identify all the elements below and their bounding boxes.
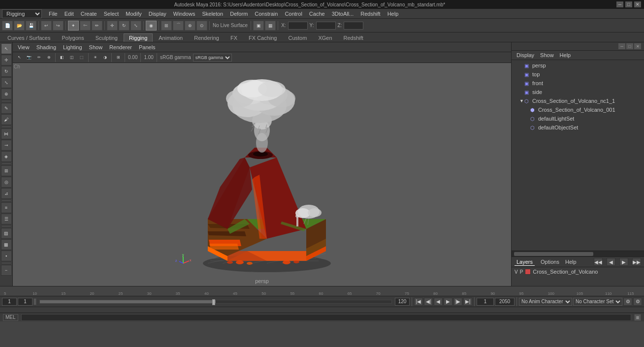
anim-end-input[interactable] xyxy=(495,298,515,306)
tab-curves-surfaces[interactable]: Curves / Surfaces xyxy=(2,33,56,42)
step-forward-btn[interactable]: |▶ xyxy=(453,298,462,306)
window-controls[interactable]: ─ □ ✕ xyxy=(616,1,641,7)
misc3-left[interactable]: ▪ xyxy=(1,251,12,261)
playback-range-slider[interactable] xyxy=(39,300,392,304)
tree-item-default-object-set[interactable]: ⬡ defaultObjectSet xyxy=(512,123,644,132)
snap-curve-button[interactable]: ⌒ xyxy=(173,21,184,31)
skin-tool-left[interactable]: ◈ xyxy=(1,151,12,162)
snap-point-button[interactable]: ⊕ xyxy=(185,21,195,31)
tab-polygons[interactable]: Polygons xyxy=(56,33,89,42)
vp-paint-btn[interactable]: ✏ xyxy=(34,54,43,62)
vp-menu-lighting[interactable]: Lighting xyxy=(60,43,85,51)
vp-colorprofile-select[interactable]: sRGB gamma xyxy=(193,54,232,62)
frame-end-input[interactable] xyxy=(395,298,410,306)
vp-snap-btn[interactable]: ⊕ xyxy=(44,54,53,62)
vp-cam-btn[interactable]: 📷 xyxy=(25,54,33,62)
vp-menu-view[interactable]: View xyxy=(15,43,32,51)
render-region-button[interactable]: ▣ xyxy=(253,21,264,31)
redo-button[interactable]: ↪ xyxy=(53,21,64,31)
save-scene-button[interactable]: 💾 xyxy=(26,21,36,31)
vp-select-btn[interactable]: ↖ xyxy=(15,54,24,62)
lasso-tool[interactable]: ⟜ xyxy=(80,21,91,31)
tree-item-default-light-set[interactable]: ⬡ defaultLightSet xyxy=(512,114,644,123)
universal-manip-left[interactable]: ⊕ xyxy=(1,89,12,99)
tab-custom[interactable]: Custom xyxy=(283,33,313,42)
menu-constrain[interactable]: Constrain xyxy=(252,10,281,18)
attr-left[interactable]: ☰ xyxy=(1,214,12,224)
tab-rendering[interactable]: Rendering xyxy=(189,33,225,42)
vp-shadow-btn[interactable]: ◑ xyxy=(100,54,109,62)
tree-item-cross-section-1[interactable]: ▼ ⬡ Cross_Section_of_Volcano_nc1_1 xyxy=(512,96,644,105)
y-input[interactable] xyxy=(316,22,336,30)
misc2-left[interactable]: ▩ xyxy=(1,239,12,250)
outliner-left[interactable]: ≡ xyxy=(1,202,12,213)
menu-select[interactable]: Select xyxy=(101,10,122,18)
x-input[interactable] xyxy=(288,22,308,30)
tree-item-persp[interactable]: ▣ persp xyxy=(512,61,644,70)
vp-menu-renderer[interactable]: Renderer xyxy=(106,43,135,51)
scale-tool[interactable]: ⤡ xyxy=(130,21,141,31)
menu-windows[interactable]: Windows xyxy=(170,10,198,18)
tree-item-top[interactable]: ▣ top xyxy=(512,70,644,79)
status-right-btn[interactable]: ≡ xyxy=(634,314,641,321)
menu-modify[interactable]: Modify xyxy=(123,10,144,18)
collapse-left[interactable]: − xyxy=(1,265,12,276)
sculpt-tool-left[interactable]: ✎ xyxy=(1,103,12,114)
menu-file[interactable]: File xyxy=(46,10,61,18)
viewport[interactable]: View Shading Lighting Show Renderer Pane… xyxy=(13,42,511,286)
go-end-btn[interactable]: ▶| xyxy=(463,298,472,306)
snap-grid-button[interactable]: ⊞ xyxy=(161,21,172,31)
soft-sel-button[interactable]: ◉ xyxy=(146,21,157,31)
tree-item-front[interactable]: ▣ front xyxy=(512,79,644,88)
outliner-menu-help[interactable]: Help xyxy=(558,52,573,59)
layers-next-next-btn[interactable]: ▶▶ xyxy=(632,258,641,266)
scale-tool-left[interactable]: ⤡ xyxy=(1,77,12,88)
mel-input[interactable] xyxy=(21,314,631,321)
char-settings-btn[interactable]: ⚙ xyxy=(633,298,642,306)
timeline-ruler[interactable]: 5 10 15 20 25 30 35 40 45 50 55 60 65 70… xyxy=(0,286,644,296)
vp-light-btn[interactable]: ☀ xyxy=(91,54,99,62)
play-back-btn[interactable]: ◀ xyxy=(434,298,443,306)
vp-shade-btn[interactable]: ◧ xyxy=(58,54,66,62)
misc1-left[interactable]: ▨ xyxy=(1,228,12,239)
layers-tab-layers[interactable]: Layers xyxy=(515,258,535,266)
close-button[interactable]: ✕ xyxy=(634,1,641,7)
menu-help[interactable]: Help xyxy=(385,10,402,18)
joint-tool-left[interactable]: ⋈ xyxy=(1,128,12,139)
menu-edit[interactable]: Edit xyxy=(62,10,77,18)
undo-button[interactable]: ↩ xyxy=(41,21,52,31)
measure-left[interactable]: ⊿ xyxy=(1,188,12,199)
rotate-tool[interactable]: ↻ xyxy=(119,21,129,31)
menu-display[interactable]: Display xyxy=(146,10,169,18)
menu-3dtoall[interactable]: 3DtoAll... xyxy=(329,10,357,18)
step-back-btn[interactable]: ◀| xyxy=(424,298,433,306)
vp-menu-show[interactable]: Show xyxy=(86,43,106,51)
outliner-menu-display[interactable]: Display xyxy=(515,52,536,59)
outliner-minimize-btn[interactable]: ─ xyxy=(618,43,625,49)
tab-animation[interactable]: Animation xyxy=(153,33,188,42)
menu-deform[interactable]: Deform xyxy=(227,10,251,18)
move-tool-left[interactable]: ✛ xyxy=(1,55,12,65)
tab-rigging[interactable]: Rigging xyxy=(124,33,153,42)
outliner-menu-show[interactable]: Show xyxy=(538,52,556,59)
vp-all-btn[interactable]: ⬚ xyxy=(77,54,86,62)
select-tool[interactable]: ✦ xyxy=(68,21,79,31)
z-input[interactable] xyxy=(344,22,363,30)
layers-prev-prev-btn[interactable]: ◀◀ xyxy=(594,258,603,266)
play-forward-btn[interactable]: ▶ xyxy=(444,298,452,306)
vp-grid-btn[interactable]: ⊞ xyxy=(114,54,123,62)
menu-skeleton[interactable]: Skeleton xyxy=(199,10,226,18)
open-scene-button[interactable]: 📂 xyxy=(14,21,25,31)
frame-current-input[interactable] xyxy=(18,298,32,306)
minimize-button[interactable]: ─ xyxy=(616,1,623,7)
vp-menu-shading[interactable]: Shading xyxy=(33,43,59,51)
menu-create[interactable]: Create xyxy=(78,10,100,18)
layers-help[interactable]: Help xyxy=(565,259,577,265)
paint-select-tool[interactable]: ✏ xyxy=(92,21,102,31)
outliner-float-btn[interactable]: □ xyxy=(626,43,633,49)
layers-tab-options[interactable]: Options xyxy=(539,258,561,265)
ik-tool-left[interactable]: ⊸ xyxy=(1,140,12,151)
outliner-scrollbar[interactable] xyxy=(512,251,644,256)
tree-item-cross-section-001[interactable]: ⬢ Cross_Section_of_Volcano_001 xyxy=(512,105,644,114)
mode-selector[interactable]: Rigging Animation Modeling Rendering FX … xyxy=(2,9,42,18)
